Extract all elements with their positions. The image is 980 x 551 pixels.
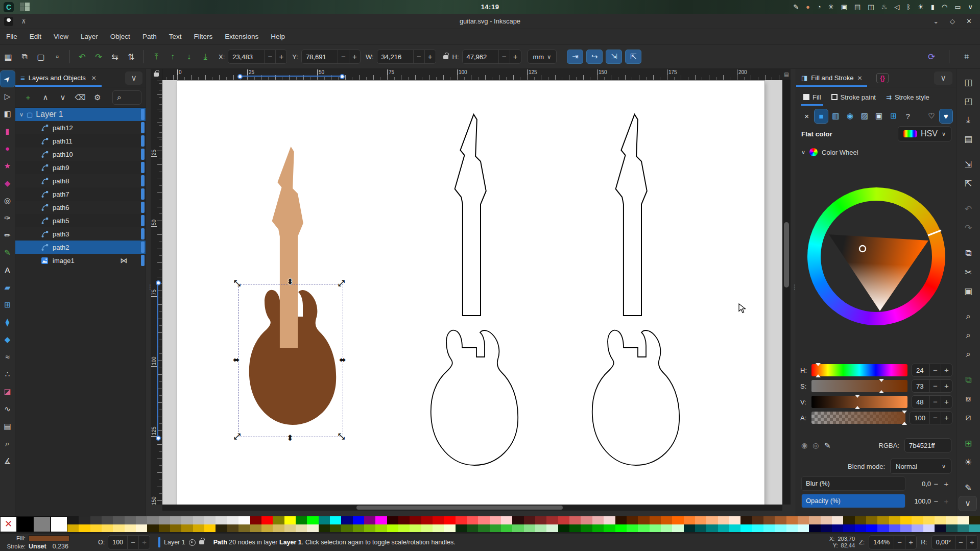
palette-swatch[interactable] <box>946 516 957 524</box>
palette-swatch[interactable] <box>969 516 980 524</box>
rotate-ccw-button[interactable]: ↶ <box>74 49 90 64</box>
redo-button[interactable]: ↷ <box>960 220 977 236</box>
scale-handle-nw[interactable]: ⤡ <box>234 280 241 287</box>
layer-object-row[interactable]: path8 ⋈ <box>15 174 146 187</box>
settings-gear-button[interactable]: ⚙ <box>89 90 106 105</box>
palette-swatch[interactable] <box>900 516 912 524</box>
palette-swatch[interactable] <box>456 516 467 524</box>
display-icon[interactable]: ▭ <box>954 3 961 11</box>
increment-button[interactable]: + <box>424 50 436 63</box>
ruler-settings-button[interactable]: ▤ <box>782 69 791 80</box>
palette-swatch[interactable] <box>627 516 638 524</box>
palette-swatch[interactable] <box>946 524 957 533</box>
palette-swatch[interactable] <box>296 516 307 524</box>
palette-swatch[interactable] <box>798 516 809 524</box>
box3d-tool[interactable]: ◆ <box>1 175 15 191</box>
import-button[interactable]: ⇲ <box>960 156 977 173</box>
palette-swatch[interactable] <box>467 516 478 524</box>
current-layer-indicator[interactable]: Layer 1 <box>158 537 204 547</box>
paint-bucket-tool[interactable]: ◆ <box>1 331 15 347</box>
paint-unknown-button[interactable]: ? <box>901 109 914 123</box>
paint-pattern-button[interactable]: ▨ <box>858 109 871 123</box>
expand-chevron-icon[interactable]: ∨ <box>19 111 23 118</box>
palette-swatch[interactable] <box>718 516 729 524</box>
palette-swatch[interactable] <box>627 524 638 533</box>
palette-swatch[interactable] <box>592 524 604 533</box>
menu-item[interactable]: Edit <box>23 29 47 44</box>
increment-button[interactable]: + <box>941 364 952 377</box>
increment-button[interactable]: + <box>941 411 952 424</box>
increment-button[interactable]: + <box>966 536 977 549</box>
layer-object-row[interactable]: path5 ⋈ <box>15 214 146 227</box>
x-field[interactable]: 23,483 − + <box>228 50 287 64</box>
shape-builder-tool[interactable]: ◧ <box>1 106 15 122</box>
object-opacity-field[interactable]: 100 − + <box>108 535 150 549</box>
palette-swatch[interactable] <box>136 524 147 533</box>
palette-swatch[interactable] <box>261 524 273 533</box>
opacity-bar[interactable] <box>141 255 145 266</box>
palette-swatch[interactable] <box>238 524 250 533</box>
palette-swatch[interactable] <box>832 524 843 533</box>
swap-fill-stroke-button[interactable]: ⧉ <box>960 372 977 388</box>
palette-swatch[interactable] <box>136 516 147 524</box>
layer-object-row[interactable]: path12 ⋈ <box>15 121 146 134</box>
blur-slider[interactable]: Blur (%) <box>801 476 905 491</box>
palette-swatch[interactable] <box>410 524 421 533</box>
tab-layers-and-objects[interactable]: ≡ Layers and Objects ✕ <box>15 69 102 87</box>
palette-swatch[interactable] <box>581 516 592 524</box>
palette-swatch[interactable] <box>958 524 969 533</box>
panel-resize-handle[interactable]: ⋮ <box>791 69 796 516</box>
undo-button[interactable]: ↶ <box>960 201 977 217</box>
layer-object-row[interactable]: path9 ⋈ <box>15 161 146 174</box>
palette-swatch[interactable] <box>843 524 854 533</box>
palette-swatch[interactable] <box>456 524 467 533</box>
palette-swatch[interactable] <box>866 524 877 533</box>
palette-swatch[interactable] <box>102 516 113 524</box>
palette-swatch[interactable] <box>900 524 912 533</box>
palette-swatch[interactable] <box>786 524 798 533</box>
tray-chevron-icon[interactable]: ∨ <box>968 3 973 11</box>
brightness-icon[interactable]: ☀ <box>918 3 924 11</box>
lock-ratio-icon[interactable] <box>443 53 448 61</box>
layer-object-row[interactable]: path3 ⋈ <box>15 227 146 241</box>
sv-triangle[interactable] <box>807 187 945 325</box>
palette-swatch[interactable] <box>170 516 181 524</box>
scale-handle-ne[interactable]: ⤢ <box>338 280 345 287</box>
cut-button[interactable]: ✂ <box>960 264 977 280</box>
horizontal-scrollbar[interactable] <box>162 505 782 511</box>
palette-swatch[interactable] <box>752 516 763 524</box>
palette-swatch[interactable] <box>341 524 352 533</box>
palette-swatch[interactable] <box>375 524 387 533</box>
spray-tool[interactable]: ∴ <box>1 366 15 382</box>
palette-swatch[interactable] <box>672 524 683 533</box>
palette-swatch[interactable] <box>684 516 695 524</box>
subtab-stroke-style[interactable]: ⇉ Stroke style <box>882 89 934 105</box>
reset-rotation-icon[interactable]: ⟳ <box>923 49 940 64</box>
notifications-icon[interactable]: ◔ <box>817 3 821 11</box>
panel-menu-chevron[interactable]: ∨ <box>125 71 142 85</box>
palette-swatch[interactable] <box>650 524 661 533</box>
palette-swatch[interactable] <box>353 524 364 533</box>
palette-swatch[interactable] <box>67 516 79 524</box>
decrement-button[interactable]: − <box>929 411 941 424</box>
scale-handle-se[interactable]: ⤡ <box>338 433 345 440</box>
palette-swatch[interactable] <box>512 516 523 524</box>
scale-handle-s[interactable]: ⬍ <box>286 435 293 442</box>
gradient-tool[interactable]: ▰ <box>1 279 15 295</box>
battery-icon[interactable]: ▮ <box>931 3 935 11</box>
palette-swatch[interactable] <box>284 524 296 533</box>
palette-swatch[interactable] <box>684 524 695 533</box>
palette-swatch[interactable] <box>809 524 820 533</box>
palette-swatch[interactable] <box>250 524 261 533</box>
fill-color-swatch[interactable] <box>29 535 69 541</box>
palette-swatch[interactable] <box>558 524 569 533</box>
blend-mode-dropdown[interactable]: Normal ∨ <box>890 459 951 474</box>
palette-swatch[interactable] <box>843 516 854 524</box>
wifi-icon[interactable]: ◠ <box>942 3 947 11</box>
opacity-slider[interactable]: Opacity (%) <box>801 494 905 508</box>
decrement-button[interactable]: − <box>338 50 349 63</box>
palette-swatch[interactable] <box>433 524 444 533</box>
palette-swatch[interactable] <box>729 524 740 533</box>
open-document-button[interactable]: ◰ <box>960 93 977 109</box>
paint-mesh-button[interactable]: ⊞ <box>887 109 900 123</box>
